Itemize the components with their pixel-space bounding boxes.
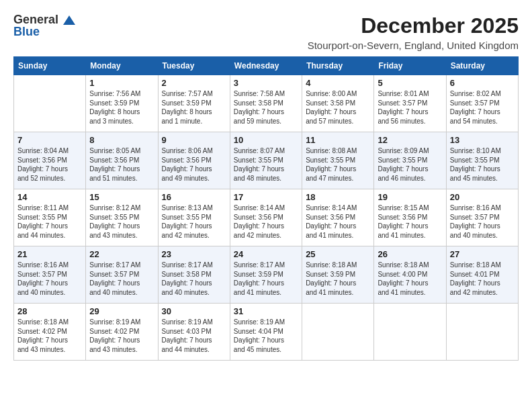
day-number: 13 [450, 135, 515, 145]
day-info: Sunrise: 8:10 AM Sunset: 3:55 PM Dayligh… [450, 146, 515, 183]
day-number: 15 [89, 192, 154, 202]
calendar-cell: 21Sunrise: 8:16 AM Sunset: 3:57 PM Dayli… [14, 246, 86, 304]
day-of-week-header: Wednesday [230, 57, 302, 75]
calendar-cell: 17Sunrise: 8:14 AM Sunset: 3:56 PM Dayli… [230, 189, 302, 246]
day-info: Sunrise: 8:16 AM Sunset: 3:57 PM Dayligh… [17, 261, 82, 297]
day-number: 21 [17, 249, 82, 259]
calendar-cell: 3Sunrise: 7:58 AM Sunset: 3:58 PM Daylig… [230, 75, 302, 132]
day-number: 3 [234, 78, 298, 88]
day-number: 14 [17, 192, 82, 202]
day-number: 22 [89, 249, 154, 259]
day-number: 25 [306, 249, 370, 259]
day-number: 31 [234, 306, 298, 316]
calendar-cell: 6Sunrise: 8:02 AM Sunset: 3:57 PM Daylig… [446, 75, 518, 132]
day-info: Sunrise: 8:07 AM Sunset: 3:55 PM Dayligh… [234, 146, 298, 183]
day-info: Sunrise: 8:14 AM Sunset: 3:56 PM Dayligh… [234, 203, 298, 240]
day-number: 29 [89, 306, 154, 316]
day-of-week-header: Monday [86, 57, 158, 75]
calendar-week-row: 1Sunrise: 7:56 AM Sunset: 3:59 PM Daylig… [14, 75, 519, 132]
day-info: Sunrise: 8:13 AM Sunset: 3:55 PM Dayligh… [162, 203, 226, 240]
day-number: 11 [306, 135, 370, 145]
day-info: Sunrise: 8:16 AM Sunset: 3:57 PM Dayligh… [450, 203, 515, 240]
calendar-table: SundayMondayTuesdayWednesdayThursdayFrid… [13, 56, 519, 361]
day-info: Sunrise: 8:06 AM Sunset: 3:56 PM Dayligh… [162, 146, 226, 183]
day-number: 4 [306, 78, 370, 88]
logo-blue: Blue [13, 26, 75, 39]
location: Stourport-on-Severn, England, United Kin… [308, 40, 519, 51]
logo-icon [63, 15, 75, 25]
day-info: Sunrise: 8:02 AM Sunset: 3:57 PM Dayligh… [450, 89, 515, 126]
calendar-cell: 20Sunrise: 8:16 AM Sunset: 3:57 PM Dayli… [446, 189, 518, 246]
calendar-week-row: 14Sunrise: 8:11 AM Sunset: 3:55 PM Dayli… [14, 189, 519, 246]
day-info: Sunrise: 8:04 AM Sunset: 3:56 PM Dayligh… [17, 146, 82, 183]
day-number: 23 [162, 249, 226, 259]
day-number: 27 [450, 249, 515, 259]
day-info: Sunrise: 8:18 AM Sunset: 4:02 PM Dayligh… [17, 318, 82, 354]
day-number: 10 [234, 135, 298, 145]
day-info: Sunrise: 8:05 AM Sunset: 3:56 PM Dayligh… [89, 146, 154, 183]
month-title: December 2025 [308, 13, 519, 38]
day-info: Sunrise: 8:17 AM Sunset: 3:59 PM Dayligh… [234, 261, 298, 297]
calendar-header-row: SundayMondayTuesdayWednesdayThursdayFrid… [14, 57, 519, 75]
day-number: 5 [378, 78, 442, 88]
calendar-cell: 25Sunrise: 8:18 AM Sunset: 3:59 PM Dayli… [302, 246, 374, 304]
page-header: General Blue December 2025 Stourport-on-… [13, 13, 519, 51]
day-number: 7 [17, 135, 82, 145]
calendar-cell: 31Sunrise: 8:19 AM Sunset: 4:04 PM Dayli… [230, 304, 302, 361]
day-number: 24 [234, 249, 298, 259]
calendar-cell [302, 304, 374, 361]
day-of-week-header: Sunday [14, 57, 86, 75]
day-info: Sunrise: 8:15 AM Sunset: 3:56 PM Dayligh… [378, 203, 442, 240]
logo: General Blue [13, 13, 75, 39]
day-number: 18 [306, 192, 370, 202]
calendar-cell [14, 75, 86, 132]
day-info: Sunrise: 8:11 AM Sunset: 3:55 PM Dayligh… [17, 203, 82, 240]
day-number: 16 [162, 192, 226, 202]
calendar-cell: 14Sunrise: 8:11 AM Sunset: 3:55 PM Dayli… [14, 189, 86, 246]
day-number: 9 [162, 135, 226, 145]
day-number: 1 [89, 78, 154, 88]
logo-general: General [13, 13, 58, 26]
day-number: 2 [162, 78, 226, 88]
day-info: Sunrise: 7:57 AM Sunset: 3:59 PM Dayligh… [162, 89, 226, 126]
day-info: Sunrise: 8:18 AM Sunset: 3:59 PM Dayligh… [306, 261, 370, 297]
title-block: December 2025 Stourport-on-Severn, Engla… [308, 13, 519, 51]
day-info: Sunrise: 8:09 AM Sunset: 3:55 PM Dayligh… [378, 146, 442, 183]
calendar-cell: 28Sunrise: 8:18 AM Sunset: 4:02 PM Dayli… [14, 304, 86, 361]
day-number: 19 [378, 192, 442, 202]
calendar-cell: 22Sunrise: 8:17 AM Sunset: 3:57 PM Dayli… [86, 246, 158, 304]
day-number: 30 [162, 306, 226, 316]
day-info: Sunrise: 8:18 AM Sunset: 4:01 PM Dayligh… [450, 261, 515, 297]
calendar-cell: 23Sunrise: 8:17 AM Sunset: 3:58 PM Dayli… [158, 246, 230, 304]
calendar-cell: 13Sunrise: 8:10 AM Sunset: 3:55 PM Dayli… [446, 132, 518, 189]
day-of-week-header: Friday [374, 57, 446, 75]
day-of-week-header: Tuesday [158, 57, 230, 75]
day-number: 28 [17, 306, 82, 316]
day-of-week-header: Saturday [446, 57, 518, 75]
day-info: Sunrise: 8:19 AM Sunset: 4:02 PM Dayligh… [89, 318, 154, 354]
day-info: Sunrise: 8:01 AM Sunset: 3:57 PM Dayligh… [378, 89, 442, 126]
day-info: Sunrise: 8:17 AM Sunset: 3:57 PM Dayligh… [89, 261, 154, 297]
day-info: Sunrise: 8:00 AM Sunset: 3:58 PM Dayligh… [306, 89, 370, 126]
calendar-cell: 7Sunrise: 8:04 AM Sunset: 3:56 PM Daylig… [14, 132, 86, 189]
calendar-cell [446, 304, 518, 361]
calendar-cell: 30Sunrise: 8:19 AM Sunset: 4:03 PM Dayli… [158, 304, 230, 361]
calendar-cell: 12Sunrise: 8:09 AM Sunset: 3:55 PM Dayli… [374, 132, 446, 189]
calendar-cell: 1Sunrise: 7:56 AM Sunset: 3:59 PM Daylig… [86, 75, 158, 132]
calendar-cell [374, 304, 446, 361]
calendar-cell: 19Sunrise: 8:15 AM Sunset: 3:56 PM Dayli… [374, 189, 446, 246]
day-info: Sunrise: 8:19 AM Sunset: 4:04 PM Dayligh… [234, 318, 298, 354]
calendar-cell: 5Sunrise: 8:01 AM Sunset: 3:57 PM Daylig… [374, 75, 446, 132]
day-info: Sunrise: 8:12 AM Sunset: 3:55 PM Dayligh… [89, 203, 154, 240]
day-info: Sunrise: 8:08 AM Sunset: 3:55 PM Dayligh… [306, 146, 370, 183]
calendar-cell: 15Sunrise: 8:12 AM Sunset: 3:55 PM Dayli… [86, 189, 158, 246]
calendar-cell: 11Sunrise: 8:08 AM Sunset: 3:55 PM Dayli… [302, 132, 374, 189]
calendar-cell: 29Sunrise: 8:19 AM Sunset: 4:02 PM Dayli… [86, 304, 158, 361]
calendar-cell: 16Sunrise: 8:13 AM Sunset: 3:55 PM Dayli… [158, 189, 230, 246]
day-of-week-header: Thursday [302, 57, 374, 75]
day-number: 8 [89, 135, 154, 145]
calendar-cell: 2Sunrise: 7:57 AM Sunset: 3:59 PM Daylig… [158, 75, 230, 132]
day-number: 26 [378, 249, 442, 259]
day-info: Sunrise: 7:56 AM Sunset: 3:59 PM Dayligh… [89, 89, 154, 126]
calendar-cell: 18Sunrise: 8:14 AM Sunset: 3:56 PM Dayli… [302, 189, 374, 246]
